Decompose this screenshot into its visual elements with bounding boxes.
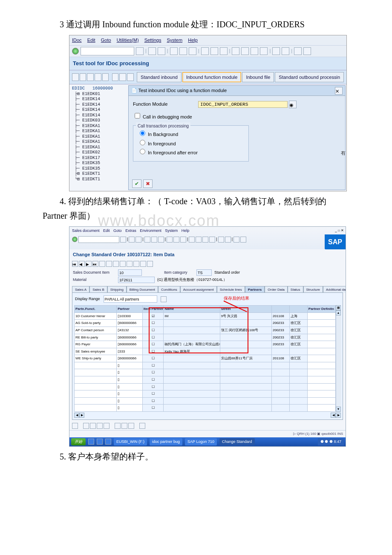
bb2-icon[interactable] [83,423,89,429]
tree-e1edka1-2[interactable]: E1EDKA1 [82,129,100,133]
b13-icon[interactable] [218,237,224,243]
table-row[interactable]: AP Contact person▯43132☐张三 闵行区鹤桥路100号200… [75,327,336,334]
b1-icon[interactable] [129,237,135,243]
tree-e1edk14-2[interactable]: E1EDK14 [82,102,100,107]
tb2c-icon[interactable] [113,261,119,267]
save-icon[interactable] [158,47,165,55]
tree-e1edka1-5[interactable]: E1EDKA1 [82,145,100,150]
debug-checkbox[interactable] [135,113,140,119]
tab-addl-a[interactable]: Additional data A [323,286,346,293]
menu-goto[interactable]: Goto [101,38,111,43]
bb6-icon[interactable] [115,423,121,429]
fm-input[interactable] [198,101,288,108]
sess-icon[interactable] [272,47,280,55]
b5-icon[interactable] [158,237,164,243]
bb3-icon[interactable] [90,423,96,429]
b8-icon[interactable] [180,237,186,243]
cancel-icon[interactable] [189,47,196,55]
b4-icon[interactable] [151,237,157,243]
tree-e1edk14-4[interactable]: E1EDK14 [82,113,100,118]
task-idoc-bug[interactable]: idoc partner bug [150,438,182,445]
tb-ic3-icon[interactable] [87,73,94,81]
menu-help[interactable]: Help [188,38,198,43]
tree-e1edk14-3[interactable]: E1EDK14 [82,107,100,112]
table-row[interactable]: ▯☐ [75,405,336,412]
table-row[interactable]: ▯☐ [75,369,336,376]
tb-ic2-icon[interactable] [80,73,86,81]
command-field[interactable] [81,47,134,55]
tree-e1edkt1-1[interactable]: E1EDKT1 [82,171,100,176]
tab-conditions[interactable]: Conditions [158,286,180,293]
tree-e1edk02[interactable]: E1EDK02 [82,150,100,155]
table-row[interactable]: ▯☐ [75,362,336,369]
find-icon[interactable] [210,47,218,55]
bb7-icon[interactable] [121,423,127,429]
btn-inbound-fm[interactable]: Inbound function module [182,72,241,83]
first-item-icon[interactable]: ⏮ [72,261,78,267]
tab-sales-b[interactable]: Sales B [89,286,107,293]
col-partdef[interactable]: Partner Definitn [307,306,335,313]
tb2f-icon[interactable] [133,261,139,267]
tab-orderdata[interactable]: Order Data [265,286,288,293]
b15-icon[interactable] [233,237,239,243]
dropdown-icon[interactable] [136,47,144,55]
next-icon[interactable] [251,47,258,55]
customize-icon[interactable] [303,47,311,55]
itemcat-input[interactable] [196,269,212,276]
hscroll-left2-icon[interactable]: ◀ [331,413,336,418]
partners-table[interactable]: Partn.Funct. Partner Item Partners Name … [74,305,336,412]
tb2e-icon[interactable] [127,261,133,267]
menu-idoc[interactable]: IDoc [72,38,82,43]
prev-item-icon[interactable]: ◀ [79,261,85,267]
tb-ic7-icon[interactable] [119,73,126,81]
table-row[interactable]: ▯☐ [75,397,336,405]
hscroll-right2-icon[interactable]: ▶ [336,413,341,418]
radio-fg-error[interactable] [140,149,145,154]
window-controls[interactable]: ⎯ ◻ ✕ [325,227,346,234]
scrollbar-track[interactable] [336,315,341,407]
tab-acct[interactable]: Account assignment [180,286,217,293]
tab-sched[interactable]: Schedule lines [217,286,245,293]
b9-icon[interactable] [189,237,195,243]
drop2-icon[interactable] [120,237,126,243]
close-icon[interactable]: ✕ [335,87,343,95]
tree-e1edka1-3[interactable]: E1EDKA1 [82,134,100,139]
exit-icon[interactable] [179,47,187,55]
table-row[interactable]: ▯☐ [75,376,336,384]
tab-structure[interactable]: Structure [303,286,323,293]
menu-system[interactable]: System [167,38,182,43]
b7-icon[interactable] [173,237,179,243]
b16-icon[interactable] [240,237,246,243]
cancel-button[interactable]: ✖ [143,179,153,188]
tb2b-icon[interactable] [106,261,112,267]
tree-e1edka1-4[interactable]: E1EDKA1 [82,139,100,144]
task-explorer[interactable]: EUSBI_WIN (F:) [114,438,147,445]
last-icon[interactable] [260,47,268,55]
b3-icon[interactable] [144,237,150,243]
bb9-icon[interactable] [139,423,145,429]
tb2h-icon[interactable] [147,261,153,267]
first-icon[interactable] [232,47,239,55]
ql1-icon[interactable] [88,439,94,445]
enter-icon[interactable] [72,48,79,55]
tree-e1edk35-2[interactable]: E1EDK35 [82,166,100,171]
f4-help-icon[interactable]: ◉ [289,101,297,108]
b12-icon[interactable] [209,237,215,243]
menu-edit[interactable]: Edit [87,38,95,43]
layout-icon[interactable] [282,47,289,55]
print-icon[interactable] [201,47,209,55]
command2-field[interactable] [78,236,119,243]
scroll-down-icon[interactable]: ▼ [336,407,341,412]
table-row[interactable]: RE Bill-to party▯600000066☐200233徐汇区 [75,334,336,341]
tb-ic5-icon[interactable] [102,73,109,81]
help-icon[interactable] [294,47,302,55]
back-icon[interactable] [148,47,156,55]
tree-e1edk35-1[interactable]: E1EDK35 [82,161,100,165]
ql3-icon[interactable] [105,439,111,445]
menu2-edit[interactable]: Edit [103,228,110,233]
menu-utilities[interactable]: Utilities(M) [117,38,139,43]
btn-inbound-file[interactable]: Inbound file [242,72,274,83]
tab-sales-a[interactable]: Sales A [72,286,89,293]
prev-icon[interactable] [241,47,249,55]
menu2-system[interactable]: System [165,228,178,233]
